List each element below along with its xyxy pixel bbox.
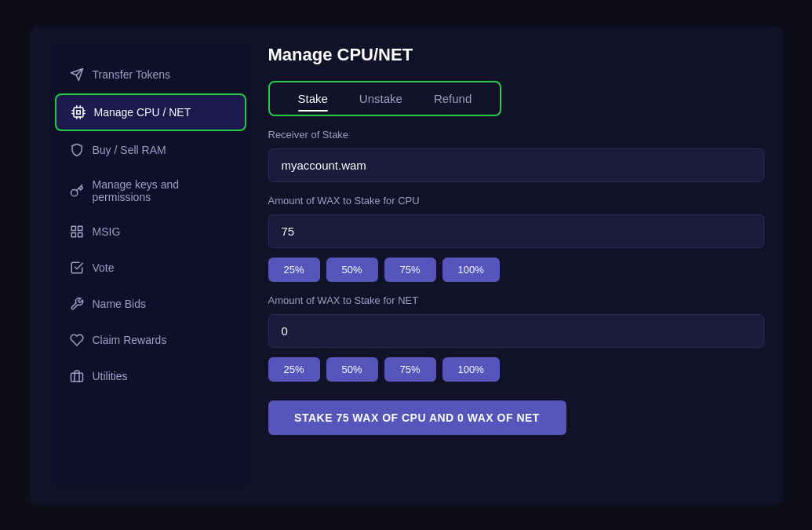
- svg-rect-16: [78, 232, 82, 236]
- hammer-icon: [69, 296, 85, 312]
- sidebar-item-label: Buy / Sell RAM: [93, 144, 166, 156]
- main-panel: Manage CPU/NET Stake Unstake Refund Rece…: [268, 45, 764, 486]
- cpu-icon: [71, 104, 86, 120]
- heart-icon: [69, 332, 85, 348]
- cpu-section: Amount of WAX to Stake for CPU 25% 50% 7…: [268, 195, 764, 282]
- sidebar-item-label: Vote: [93, 261, 115, 274]
- page-title: Manage CPU/NET: [268, 45, 764, 65]
- svg-rect-3: [76, 110, 80, 114]
- sidebar-item-utilities[interactable]: Utilities: [55, 359, 246, 393]
- svg-rect-17: [71, 373, 82, 382]
- net-50-button[interactable]: 50%: [326, 357, 378, 382]
- receiver-input[interactable]: [268, 148, 764, 182]
- receiver-label: Receiver of Stake: [268, 129, 764, 141]
- msig-icon: [69, 224, 85, 239]
- key-icon: [69, 183, 85, 199]
- sidebar-item-name-bids[interactable]: Name Bids: [55, 287, 246, 321]
- cpu-input[interactable]: [268, 214, 764, 248]
- net-section: Amount of WAX to Stake for NET 25% 50% 7…: [268, 294, 764, 382]
- toolbox-icon: [69, 368, 85, 384]
- sidebar-item-label: Utilities: [93, 370, 128, 382]
- cpu-percent-buttons: 25% 50% 75% 100%: [268, 258, 764, 282]
- tabs-container: Stake Unstake Refund: [268, 81, 502, 116]
- vote-icon: [69, 260, 85, 276]
- tab-unstake[interactable]: Unstake: [344, 87, 418, 110]
- net-percent-buttons: 25% 50% 75% 100%: [268, 357, 764, 382]
- net-label: Amount of WAX to Stake for NET: [268, 294, 764, 306]
- sidebar-item-label: Manage keys and permissions: [93, 178, 232, 203]
- cpu-100-button[interactable]: 100%: [442, 258, 500, 282]
- send-icon: [69, 67, 85, 82]
- net-75-button[interactable]: 75%: [384, 357, 436, 382]
- sidebar-item-label: Claim Rewards: [93, 334, 167, 346]
- cpu-75-button[interactable]: 75%: [384, 258, 436, 282]
- svg-rect-13: [71, 226, 75, 230]
- sidebar-item-label: Name Bids: [93, 298, 146, 310]
- net-25-button[interactable]: 25%: [268, 357, 320, 382]
- app-container: Transfer Tokens Manage CPU / NET: [30, 26, 783, 505]
- tab-stake[interactable]: Stake: [282, 87, 344, 110]
- sidebar-item-buy-sell-ram[interactable]: Buy / Sell RAM: [55, 133, 246, 167]
- sidebar-item-msig[interactable]: MSIG: [55, 214, 246, 249]
- svg-rect-2: [74, 108, 83, 117]
- sidebar-item-transfer-tokens[interactable]: Transfer Tokens: [55, 57, 246, 92]
- sidebar-item-label: Transfer Tokens: [93, 68, 171, 81]
- sidebar-item-label: MSIG: [93, 225, 121, 238]
- stake-submit-button[interactable]: STAKE 75 WAX OF CPU AND 0 WAX OF NET: [268, 400, 566, 435]
- cpu-50-button[interactable]: 50%: [326, 258, 378, 282]
- svg-rect-15: [71, 232, 75, 236]
- svg-rect-14: [78, 226, 82, 230]
- cpu-label: Amount of WAX to Stake for CPU: [268, 195, 764, 207]
- sidebar-item-claim-rewards[interactable]: Claim Rewards: [55, 323, 246, 357]
- sidebar-item-label: Manage CPU / NET: [94, 106, 191, 119]
- cpu-25-button[interactable]: 25%: [268, 258, 320, 282]
- receiver-section: Receiver of Stake: [268, 129, 764, 182]
- ram-icon: [69, 142, 85, 158]
- sidebar-item-vote[interactable]: Vote: [55, 250, 246, 285]
- net-input[interactable]: [268, 314, 764, 348]
- sidebar: Transfer Tokens Manage CPU / NET: [49, 45, 253, 486]
- sidebar-item-manage-cpu-net[interactable]: Manage CPU / NET: [55, 93, 246, 131]
- sidebar-item-manage-keys[interactable]: Manage keys and permissions: [55, 169, 246, 213]
- tab-refund[interactable]: Refund: [418, 87, 487, 110]
- net-100-button[interactable]: 100%: [442, 357, 500, 382]
